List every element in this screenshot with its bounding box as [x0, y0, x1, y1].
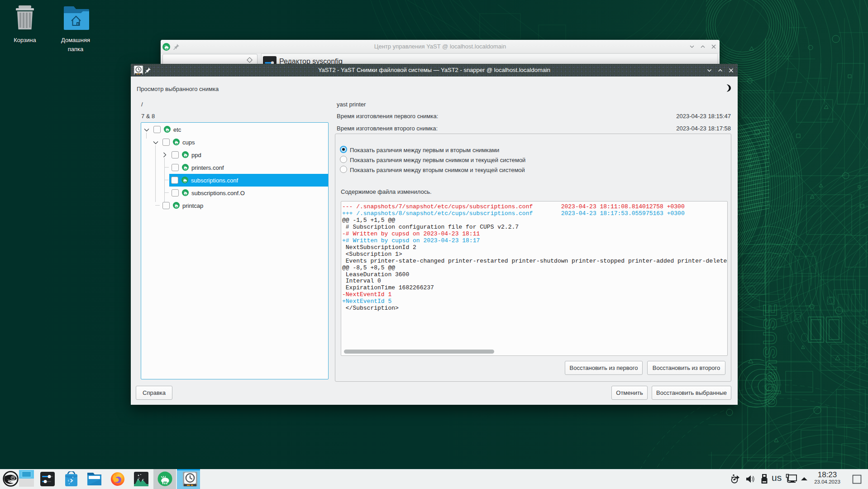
svg-text:openSUSE: openSUSE	[759, 303, 781, 408]
